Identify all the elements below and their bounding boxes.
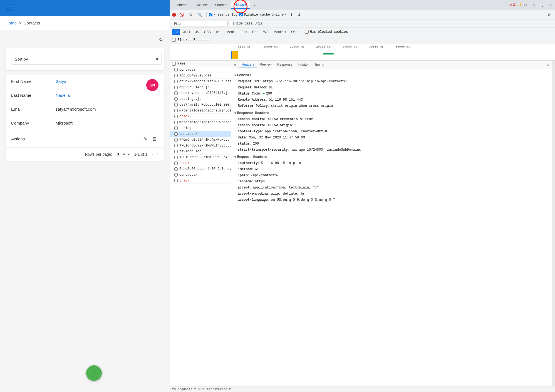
tab-more[interactable]: » [251,1,259,9]
type-tab-img[interactable]: Img [214,29,224,35]
request-checkbox[interactable] [174,179,178,182]
request-checkbox[interactable] [174,68,178,71]
more-options-button[interactable]: ⋮ [539,2,546,8]
type-tab-manifest[interactable]: Manifest [271,29,288,35]
request-checkbox[interactable] [174,91,178,95]
tab-timing[interactable]: Timing [311,61,327,68]
type-tab-other[interactable]: Other [289,29,302,35]
first-name-value[interactable]: Satya [56,79,66,84]
request-checkbox[interactable] [174,138,178,142]
request-item[interactable]: chunk-vendors.1ac7070d.css [170,79,231,85]
blocked-requests-label: Blocked Requests [177,38,209,42]
feedback-button[interactable]: ☺ [531,2,538,8]
tab-response[interactable]: Response [274,61,295,68]
request-item[interactable]: app.c04225e0.css [170,73,231,79]
type-tab-all[interactable]: All [172,29,180,35]
network-settings-button[interactable]: ⚙ [546,11,553,18]
request-item-selected[interactable]: contacts/ [170,131,231,137]
next-page-button[interactable]: › [157,151,158,157]
hamburger-icon[interactable] [6,6,12,10]
sort-select[interactable]: Sort by [11,54,162,64]
close-detail-button[interactable]: ✕ [232,62,238,68]
type-tab-css[interactable]: CSS [202,29,213,35]
tab-headers[interactable]: Headers [239,61,257,68]
request-checkbox[interactable] [174,173,178,177]
upload-button[interactable]: ⬆ [288,11,295,18]
request-checkbox[interactable] [174,86,178,89]
request-item[interactable]: settings.js [170,96,231,102]
request-item[interactable]: chunk-vendors.07964147.js [170,90,231,96]
request-checkbox[interactable] [174,126,178,130]
general-section-header[interactable]: ▼ General [234,73,548,77]
prev-page-button[interactable]: ‹ [152,151,153,157]
settings-button[interactable]: ⚙ [522,2,529,8]
request-checkbox[interactable] [174,156,178,159]
request-item[interactable]: track [170,178,231,184]
request-checkbox[interactable] [174,121,178,124]
tab-elements[interactable]: Elements [171,1,192,9]
response-headers-section[interactable]: ▼ Response Headers [234,111,548,115]
request-item[interactable]: app.959914c6.js [170,85,231,90]
request-name: track [179,161,189,165]
request-checkbox[interactable] [174,74,178,77]
detail-more-button[interactable]: » [545,62,551,68]
delete-button[interactable]: 🗑 [151,135,158,143]
disable-cache-checkbox[interactable] [239,13,243,16]
has-blocked-cookies-checkbox[interactable] [305,30,309,34]
filter-toggle-button[interactable]: ⚙ [187,11,194,18]
request-item[interactable]: contacts [170,67,231,73]
search-button[interactable]: 🔍 [196,11,204,18]
blocked-requests-checkbox[interactable] [172,38,176,42]
refresh-button[interactable]: ↻ [158,35,164,44]
request-item[interactable]: track [170,114,231,120]
type-tab-js[interactable]: JS [193,29,201,35]
request-checkbox[interactable] [174,103,178,106]
request-checkbox[interactable] [174,109,178,112]
request-item[interactable]: KFOlCnqEu92Fr1MmWUlfBBc... [170,143,231,149]
request-checkbox[interactable] [174,80,178,83]
type-tab-font[interactable]: Font [238,29,249,35]
request-item[interactable]: materialdesignicons.min.css [170,108,231,114]
request-item[interactable]: contacts/ [170,172,231,178]
request-item[interactable]: track [170,160,231,166]
edit-button[interactable]: ✎ [142,135,148,143]
request-checkbox[interactable] [174,162,178,165]
tab-network[interactable]: Network [231,1,250,9]
request-item[interactable]: KFOmCnqEu92Fr1Mu4mxK.w... [170,137,231,143]
status-code-value: 200 [266,91,272,96]
request-checkbox[interactable] [174,167,178,171]
request-item[interactable]: favicon.ico [170,149,231,155]
type-tab-xhr[interactable]: XHR [181,29,192,35]
request-item[interactable]: KFOlCnqEu92Fr1MmEU9fBBc4... [170,155,231,160]
request-item[interactable]: string [170,125,231,131]
close-devtools-button[interactable]: ✕ [547,2,554,8]
request-item[interactable]: materialdesignicons-webfont.... [170,120,231,125]
type-tab-ws[interactable]: WS [261,29,271,35]
request-checkbox[interactable] [174,144,178,147]
tab-preview[interactable]: Preview [257,61,274,68]
request-checkbox[interactable] [174,132,178,136]
record-button[interactable] [172,13,176,17]
tab-sources[interactable]: Sources [212,1,231,9]
breadcrumb-home[interactable]: Home [6,21,17,25]
last-name-value[interactable]: Nadella [56,93,70,98]
request-item[interactable]: css?family=Roboto:100,300,40... [170,102,231,108]
filter-input[interactable] [172,21,228,26]
type-tab-doc[interactable]: Doc [250,29,260,35]
add-contact-button[interactable]: + [86,365,102,381]
tab-console[interactable]: Console [192,1,211,9]
clear-button[interactable]: 🚫 [178,11,186,18]
request-checkbox[interactable] [174,150,178,153]
request-checkbox[interactable] [174,97,178,101]
hide-data-urls-checkbox[interactable] [230,22,234,25]
preserve-log-checkbox[interactable] [209,13,212,16]
request-checkbox[interactable] [174,115,178,118]
rows-per-page-select[interactable]: 10 [114,151,126,157]
download-button[interactable]: ⬇ [296,11,303,18]
scrollbar[interactable] [552,61,555,386]
request-item[interactable]: 6ebc5c60-bddc-4b70-9d7c-d... [170,166,231,172]
type-tab-media[interactable]: Media [224,29,238,35]
tab-initiator[interactable]: Initiator [295,61,311,68]
request-headers-section[interactable]: ▼ Request Headers [234,155,548,159]
select-all-checkbox[interactable] [172,62,176,66]
